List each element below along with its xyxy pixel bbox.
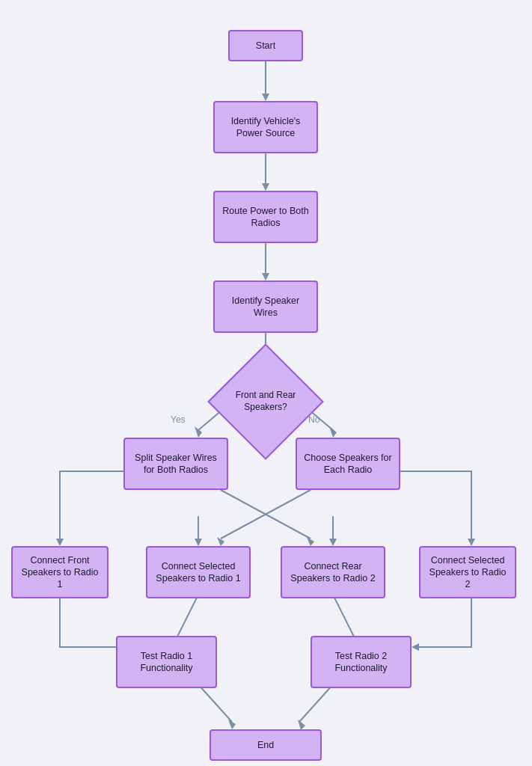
choose-speakers-node: Choose Speakers for Each Radio <box>296 438 400 490</box>
svg-text:Yes: Yes <box>171 414 186 425</box>
connect-selected1-node: Connect Selected Speakers to Radio 1 <box>146 546 251 598</box>
svg-marker-5 <box>262 273 269 281</box>
svg-marker-23 <box>217 537 224 546</box>
svg-marker-14 <box>56 539 64 546</box>
svg-line-32 <box>299 684 333 722</box>
identify-speaker-node: Identify Speaker Wires <box>213 281 318 333</box>
decision-label: Front and Rear Speakers? <box>224 387 307 416</box>
svg-marker-19 <box>468 539 475 546</box>
start-node: Start <box>228 30 303 61</box>
end-node: End <box>210 729 322 761</box>
connect-selected2-node: Connect Selected Speakers to Radio 2 <box>419 546 516 598</box>
svg-marker-18 <box>329 539 337 546</box>
connect-rear-node: Connect Rear Speakers to Radio 2 <box>281 546 385 598</box>
connect-front-node: Connect Front Speakers to Radio 1 <box>11 546 108 598</box>
svg-text:No: No <box>308 414 320 425</box>
decision-diamond: Front and Rear Speakers? <box>224 361 307 443</box>
svg-marker-9 <box>195 426 202 438</box>
split-wires-node: Split Speaker Wires for Both Radios <box>123 438 228 490</box>
test-radio2-node: Test Radio 2 Functionality <box>311 636 412 688</box>
svg-marker-3 <box>262 183 269 191</box>
svg-line-22 <box>221 490 311 539</box>
svg-line-20 <box>221 490 311 539</box>
svg-line-30 <box>198 684 232 722</box>
identify-power-node: Identify Vehicle's Power Source <box>213 101 318 153</box>
svg-marker-12 <box>329 426 337 438</box>
svg-marker-16 <box>195 539 202 546</box>
test-radio1-node: Test Radio 1 Functionality <box>116 636 217 688</box>
flowchart: Yes No <box>0 15 532 766</box>
svg-marker-1 <box>262 94 269 101</box>
svg-marker-21 <box>307 537 314 546</box>
svg-marker-29 <box>412 643 419 651</box>
route-power-node: Route Power to Both Radios <box>213 191 318 243</box>
svg-marker-33 <box>298 720 305 730</box>
svg-marker-31 <box>228 720 236 729</box>
